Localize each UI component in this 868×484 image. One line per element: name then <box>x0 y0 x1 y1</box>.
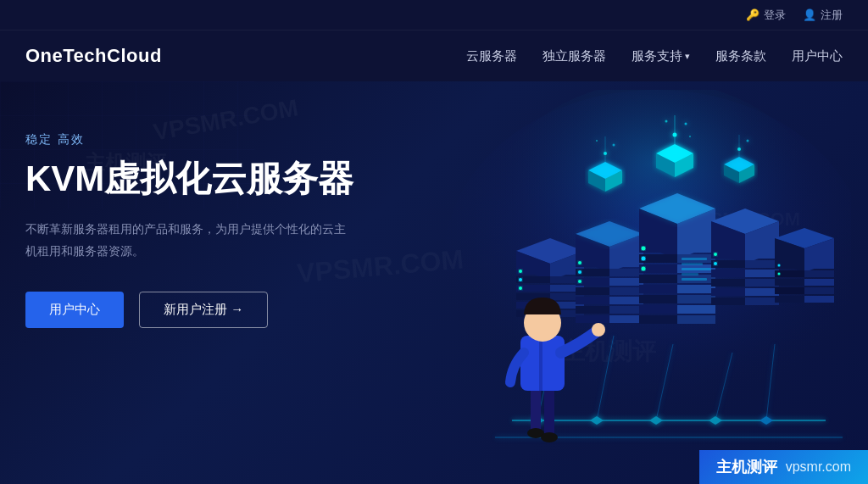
user-center-button[interactable]: 用户中心 <box>25 292 124 328</box>
svg-rect-49 <box>609 315 643 323</box>
svg-rect-107 <box>804 262 834 269</box>
bottom-bar-label: 主机测评 <box>716 457 777 477</box>
svg-point-138 <box>541 432 558 442</box>
svg-rect-77 <box>682 258 707 260</box>
svg-rect-110 <box>804 287 834 294</box>
svg-rect-47 <box>609 297 643 304</box>
svg-rect-46 <box>609 287 643 295</box>
svg-rect-87 <box>711 270 745 277</box>
user-icon: 👤 <box>803 8 816 21</box>
hero-subtitle: 稳定 高效 <box>25 132 353 147</box>
svg-rect-60 <box>639 275 677 283</box>
svg-point-75 <box>642 267 646 271</box>
hero-section: VPSMR.COM 主机测评 VPSMR.COM 主机测评 VPSMR.COM … <box>0 81 868 484</box>
svg-point-52 <box>578 280 581 283</box>
svg-rect-90 <box>711 298 745 305</box>
svg-rect-43 <box>609 259 643 267</box>
server-illustration <box>385 90 851 480</box>
svg-rect-79 <box>682 268 711 270</box>
svg-rect-111 <box>804 296 834 303</box>
svg-point-142 <box>592 323 605 337</box>
svg-rect-109 <box>804 279 834 286</box>
svg-point-126 <box>665 120 668 123</box>
svg-rect-39 <box>576 287 609 295</box>
hero-description: 不断革新服务器租用的产品和服务，为用户提供个性化的云主机租用和服务器资源。 <box>25 219 348 261</box>
svg-rect-64 <box>639 315 677 324</box>
svg-rect-94 <box>745 279 779 287</box>
svg-rect-40 <box>576 297 609 304</box>
svg-rect-41 <box>576 306 609 314</box>
nav-user-center[interactable]: 用户中心 <box>792 48 843 64</box>
svg-point-98 <box>714 262 717 265</box>
svg-rect-63 <box>639 305 677 314</box>
svg-rect-61 <box>639 285 677 293</box>
svg-rect-105 <box>775 287 804 294</box>
svg-rect-108 <box>804 270 834 277</box>
top-bar: 🔑 登录 👤 注册 <box>0 0 868 31</box>
nav-cloud-server[interactable]: 云服务器 <box>466 48 517 64</box>
svg-rect-104 <box>775 279 804 286</box>
hero-content: 稳定 高效 KVM虚拟化云服务器 不断革新服务器租用的产品和服务，为用户提供个性… <box>25 132 353 328</box>
nav-terms[interactable]: 服务条款 <box>715 48 766 64</box>
svg-rect-96 <box>745 298 779 305</box>
svg-rect-44 <box>609 269 643 276</box>
svg-rect-69 <box>677 285 715 293</box>
login-label: 登录 <box>764 8 786 23</box>
nav-dedicated-server[interactable]: 独立服务器 <box>542 48 606 64</box>
svg-point-50 <box>578 261 581 264</box>
register-link[interactable]: 👤 注册 <box>803 8 843 23</box>
svg-rect-140 <box>539 336 542 391</box>
svg-point-113 <box>778 273 781 275</box>
nav-support[interactable]: 服务支持 ▾ <box>632 48 690 64</box>
bottom-bar-url: vpsmr.com <box>786 459 851 475</box>
svg-rect-89 <box>711 288 745 296</box>
svg-point-112 <box>778 264 781 267</box>
svg-marker-14 <box>760 416 773 425</box>
svg-point-97 <box>714 253 717 256</box>
login-link[interactable]: 🔑 登录 <box>746 8 786 23</box>
chevron-down-icon: ▾ <box>685 51 690 62</box>
svg-rect-45 <box>609 278 643 286</box>
svg-point-74 <box>642 257 646 261</box>
svg-point-118 <box>613 144 615 147</box>
svg-point-31 <box>519 278 522 281</box>
register-button[interactable]: 新用户注册 → <box>139 292 268 328</box>
svg-point-73 <box>642 247 646 251</box>
svg-rect-93 <box>745 270 779 277</box>
hero-buttons: 用户中心 新用户注册 → <box>25 292 353 328</box>
bottom-watermark-bar: 主机测评 vpsmr.com <box>699 450 868 484</box>
svg-rect-71 <box>677 305 715 314</box>
key-icon: 🔑 <box>746 8 760 21</box>
svg-point-32 <box>519 287 522 290</box>
svg-rect-92 <box>745 260 779 268</box>
svg-point-51 <box>578 270 581 274</box>
svg-rect-135 <box>531 387 541 433</box>
svg-rect-136 <box>544 387 554 437</box>
register-label: 注册 <box>821 8 843 23</box>
svg-point-133 <box>747 140 749 142</box>
svg-rect-72 <box>677 315 715 324</box>
svg-rect-78 <box>682 263 703 265</box>
main-nav: 云服务器 独立服务器 服务支持 ▾ 服务条款 用户中心 <box>466 48 843 64</box>
svg-point-30 <box>519 270 522 273</box>
svg-rect-65 <box>677 244 715 253</box>
svg-rect-42 <box>576 315 609 323</box>
svg-rect-80 <box>682 273 698 275</box>
svg-rect-70 <box>677 295 715 303</box>
logo[interactable]: OneTechCloud <box>25 45 162 67</box>
svg-rect-106 <box>775 296 804 303</box>
svg-point-127 <box>689 136 691 137</box>
svg-rect-81 <box>682 278 707 281</box>
svg-rect-91 <box>745 251 779 259</box>
hero-title: KVM虚拟化云服务器 <box>25 158 353 200</box>
svg-rect-62 <box>639 295 677 303</box>
svg-rect-48 <box>609 306 643 314</box>
svg-point-125 <box>685 123 687 125</box>
header: OneTechCloud 云服务器 独立服务器 服务支持 ▾ 服务条款 用户中心 <box>0 31 868 81</box>
svg-rect-88 <box>711 279 745 287</box>
svg-rect-95 <box>745 288 779 296</box>
svg-point-119 <box>596 140 598 142</box>
